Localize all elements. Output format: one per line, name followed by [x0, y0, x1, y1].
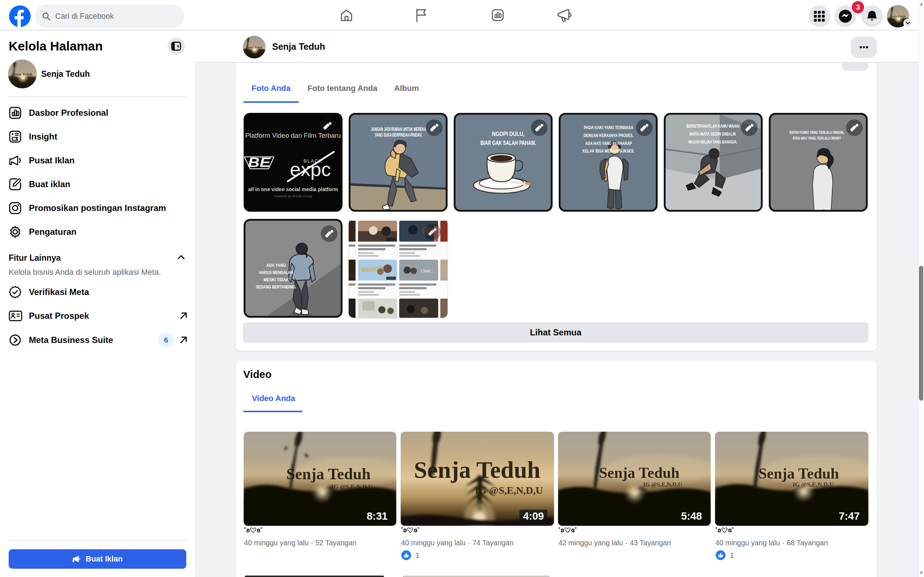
svg-text:ADA HATI YANG BERHARAP: ADA HATI YANG BERHARAP — [585, 141, 632, 146]
svg-text:IG @S,E,N,D,U: IG @S,E,N,D,U — [643, 482, 682, 488]
svg-text:YANG SUKA BERPINDAH-PINDAH.: YANG SUKA BERPINDAH-PINDAH. — [375, 132, 422, 138]
svg-text:IG @S,E,N,D,U: IG @S,E,N,D,U — [331, 483, 373, 490]
svg-text:WAJAH-WAJAH YANG BAHAGIA.: WAJAH-WAJAH YANG BAHAGIA. — [688, 140, 737, 145]
svg-text:Senja Teduh: Senja Teduh — [286, 465, 371, 483]
svg-text:IG @S,E,N,D,U: IG @S,E,N,D,U — [793, 481, 834, 488]
svg-text:MATA-MATA SEDIH DIBALIK: MATA-MATA SEDIH DIBALIK — [690, 132, 736, 137]
svg-text:Senja Teduh: Senja Teduh — [599, 464, 680, 481]
svg-text:ADA YANG: ADA YANG — [267, 263, 286, 268]
svg-text:BERISTIRAHATLAH KAMU WAHAI: BERISTIRAHATLAH KAMU WAHAI — [687, 124, 740, 129]
svg-text:Senja Teduh: Senja Teduh — [759, 465, 839, 482]
svg-text:PADA KAKI YANG TERBIASA: PADA KAKI YANG TERBIASA — [584, 125, 633, 130]
svg-text:BE: BE — [248, 155, 271, 170]
svg-text:HARUS MENGALAH: HARUS MENGALAH — [259, 270, 293, 275]
svg-text:MESKI TIDAK: MESKI TIDAK — [263, 277, 289, 282]
svg-text:BIAR GAK SALAH PAHAM.: BIAR GAK SALAH PAHAM. — [480, 140, 536, 146]
svg-text:Senja Teduh: Senja Teduh — [414, 456, 540, 483]
svg-text:ENTAH KAMU YANG TERLALU DINGIN: ENTAH KAMU YANG TERLALU DINGIN, — [790, 130, 844, 134]
svg-text:ATAU AKU YANG TERLALU INGIN?: ATAU AKU YANG TERLALU INGIN? — [793, 136, 842, 140]
svg-text:SEDANG BERTANDING.: SEDANG BERTANDING. — [256, 285, 297, 290]
svg-text:KELAK BISA MERAIH SUKSES.: KELAK BISA MERAIH SUKSES. — [583, 148, 635, 154]
svg-text:Cind...: Cind... — [421, 268, 433, 273]
svg-text:NGOPI DULU,: NGOPI DULU, — [492, 131, 525, 137]
svg-text:IG @S,E,N,D,U: IG @S,E,N,D,U — [475, 485, 543, 496]
svg-text:JANGAN JADI RUMAH UNTUK MEREKA: JANGAN JADI RUMAH UNTUK MEREKA — [371, 126, 426, 132]
svg-text:DENGAN KERASNYA PROSES.: DENGAN KERASNYA PROSES. — [584, 133, 633, 138]
